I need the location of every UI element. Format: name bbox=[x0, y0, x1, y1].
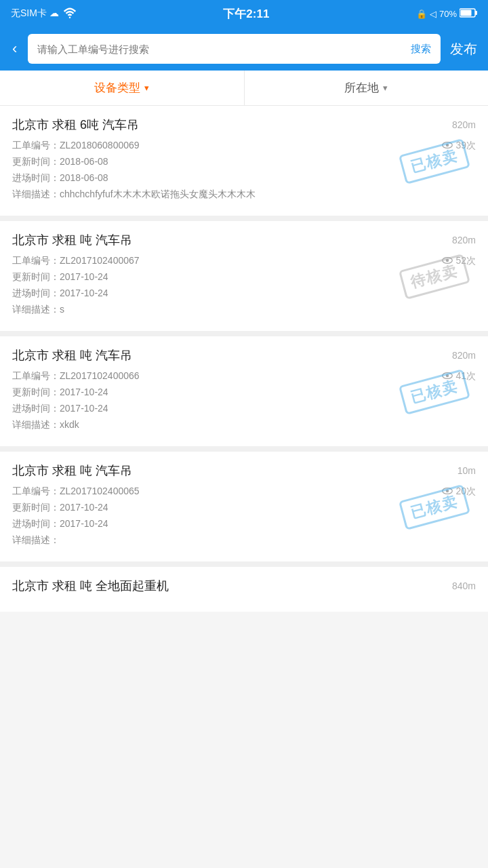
item-title-row: 北京市 求租 吨 汽车吊 820m bbox=[12, 347, 476, 363]
item-title-row: 北京市 求租 吨 汽车吊 820m bbox=[12, 232, 476, 248]
item-distance: 10m bbox=[458, 465, 476, 476]
item-distance: 820m bbox=[452, 235, 476, 245]
back-button[interactable]: ‹ bbox=[8, 37, 21, 60]
status-bar: 无SIM卡 ☁ 下午2:11 🔒 ◁ 70% bbox=[0, 0, 488, 27]
work-order-label: 工单编号：ZL2018060800069 bbox=[12, 140, 140, 152]
filter-device-type[interactable]: 设备类型 ▾ bbox=[0, 71, 245, 105]
lock-icon: 🔒 bbox=[416, 9, 427, 19]
svg-rect-3 bbox=[461, 9, 472, 16]
entry-time-label: 进场时间：2018-06-08 bbox=[12, 172, 108, 184]
work-order-label: 工单编号：ZL2017102400065 bbox=[12, 486, 140, 498]
publish-button[interactable]: 发布 bbox=[447, 37, 480, 61]
work-order-row: 工单编号：ZL2017102400065 20次 bbox=[12, 486, 476, 498]
item-title: 北京市 求租 吨 全地面起重机 bbox=[12, 578, 169, 594]
status-right: 🔒 ◁ 70% bbox=[416, 8, 477, 20]
description-row: 详细描述： bbox=[12, 534, 476, 547]
list-item[interactable]: 北京市 求租 吨 汽车吊 820m 工单编号：ZL2017102400066 4… bbox=[0, 336, 488, 446]
entry-time-label: 进场时间：2017-10-24 bbox=[12, 518, 108, 530]
no-sim-label: 无SIM卡 ☁ bbox=[11, 7, 59, 20]
description-label: 详细描述： bbox=[12, 534, 60, 547]
list-item[interactable]: 北京市 求租 吨 汽车吊 10m 工单编号：ZL2017102400065 20… bbox=[0, 452, 488, 561]
status-left: 无SIM卡 ☁ bbox=[11, 7, 77, 20]
list-container: 北京市 求租 6吨 汽车吊 820m 工单编号：ZL2018060800069 … bbox=[0, 106, 488, 612]
work-order-row: 工单编号：ZL2017102400067 52次 bbox=[12, 255, 476, 267]
item-distance: 820m bbox=[452, 350, 476, 361]
svg-point-0 bbox=[69, 16, 71, 18]
item-title-row: 北京市 求租 吨 汽车吊 10m bbox=[12, 462, 476, 479]
entry-time-label: 进场时间：2017-10-24 bbox=[12, 403, 108, 415]
item-title: 北京市 求租 6吨 汽车吊 bbox=[12, 117, 139, 133]
work-order-row: 工单编号：ZL2018060800069 39次 bbox=[12, 140, 476, 152]
location-chevron-icon: ▾ bbox=[383, 83, 388, 93]
wifi-icon bbox=[63, 7, 77, 20]
list-item[interactable]: 北京市 求租 吨 汽车吊 820m 工单编号：ZL2017102400067 5… bbox=[0, 221, 488, 331]
filter-bar: 设备类型 ▾ 所在地 ▾ bbox=[0, 71, 488, 106]
work-order-label: 工单编号：ZL2017102400067 bbox=[12, 255, 140, 267]
search-container: 搜索 bbox=[28, 34, 441, 64]
description-label: 详细描述：chhchchfyfuf木木木木欧诺拖头女魔头木木木木 bbox=[12, 189, 256, 201]
description-row: 详细描述：xkdk bbox=[12, 419, 476, 431]
device-type-chevron-icon: ▾ bbox=[144, 83, 149, 93]
location-label: 所在地 bbox=[344, 80, 379, 96]
item-title-row: 北京市 求租 吨 全地面起重机 840m bbox=[12, 578, 476, 594]
description-row: 详细描述：chhchchfyfuf木木木木欧诺拖头女魔头木木木木 bbox=[12, 189, 476, 201]
location-icon: ◁ bbox=[430, 9, 436, 19]
work-order-row: 工单编号：ZL2017102400066 41次 bbox=[12, 370, 476, 382]
item-title: 北京市 求租 吨 汽车吊 bbox=[12, 462, 132, 479]
header: ‹ 搜索 发布 bbox=[0, 27, 488, 71]
search-input[interactable] bbox=[28, 43, 401, 55]
search-button[interactable]: 搜索 bbox=[401, 43, 441, 56]
work-order-label: 工单编号：ZL2017102400066 bbox=[12, 370, 140, 382]
filter-location[interactable]: 所在地 ▾ bbox=[245, 71, 489, 105]
status-time: 下午2:11 bbox=[223, 6, 269, 22]
svg-rect-2 bbox=[475, 11, 477, 15]
description-label: 详细描述：s bbox=[12, 304, 64, 316]
battery-label: 70% bbox=[439, 9, 457, 19]
update-time-label: 更新时间：2017-10-24 bbox=[12, 502, 108, 514]
description-label: 详细描述：xkdk bbox=[12, 419, 79, 431]
list-item[interactable]: 北京市 求租 吨 全地面起重机 840m bbox=[0, 567, 488, 612]
battery-icon bbox=[460, 8, 477, 20]
update-time-label: 更新时间：2018-06-08 bbox=[12, 156, 108, 168]
entry-time-label: 进场时间：2017-10-24 bbox=[12, 288, 108, 300]
item-distance: 840m bbox=[452, 580, 476, 591]
item-title: 北京市 求租 吨 汽车吊 bbox=[12, 347, 132, 363]
item-title-row: 北京市 求租 6吨 汽车吊 820m bbox=[12, 117, 476, 133]
device-type-label: 设备类型 bbox=[94, 80, 140, 96]
update-time-label: 更新时间：2017-10-24 bbox=[12, 387, 108, 399]
description-row: 详细描述：s bbox=[12, 304, 476, 316]
item-title: 北京市 求租 吨 汽车吊 bbox=[12, 232, 132, 248]
list-item[interactable]: 北京市 求租 6吨 汽车吊 820m 工单编号：ZL2018060800069 … bbox=[0, 106, 488, 216]
update-time-label: 更新时间：2017-10-24 bbox=[12, 271, 108, 283]
item-distance: 820m bbox=[452, 119, 476, 130]
